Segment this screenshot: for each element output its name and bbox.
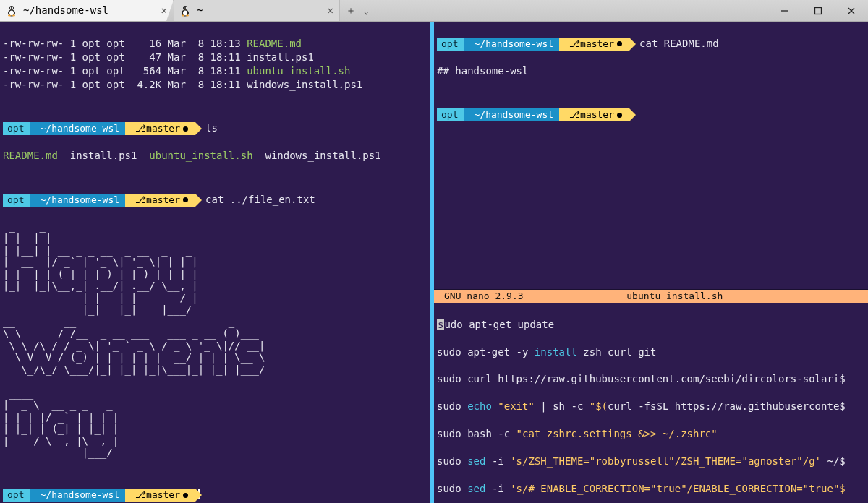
- svg-point-11: [186, 7, 187, 9]
- prompt-line: opt~/handsome-wsl⎇ mastercat README.md: [437, 37, 865, 51]
- nano-filename: ubuntu_install.sh: [626, 290, 723, 303]
- svg-point-3: [10, 7, 11, 9]
- terminal-right-top-pane[interactable]: opt~/handsome-wsl⎇ mastercat README.md #…: [434, 22, 868, 289]
- listing-row: -rw-rw-rw- 1 opt opt 47 Mar 8 18:11 inst…: [3, 51, 427, 64]
- prompt-line: opt~/handsome-wsl⎇ mastercat ../file_en.…: [3, 193, 427, 207]
- new-tab-icon[interactable]: ＋: [346, 4, 356, 17]
- svg-point-9: [183, 10, 187, 15]
- svg-point-6: [12, 14, 15, 16]
- svg-point-5: [8, 14, 11, 16]
- listing-row: -rw-rw-rw- 1 opt opt 564 Mar 8 18:11 ubu…: [3, 64, 427, 78]
- terminal-right-column: opt~/handsome-wsl⎇ mastercat README.md #…: [434, 22, 868, 503]
- maximize-button[interactable]: [801, 0, 835, 22]
- svg-rect-15: [815, 7, 822, 14]
- nano-app-name: GNU nano 2.9.3: [438, 290, 529, 303]
- svg-point-12: [182, 14, 184, 16]
- cat-output: ## handsome-wsl: [437, 64, 865, 78]
- minimize-button[interactable]: [768, 0, 801, 22]
- svg-point-10: [184, 7, 184, 9]
- svg-point-4: [12, 7, 13, 9]
- terminal-left-pane[interactable]: -rw-rw-rw- 1 opt opt 16 Mar 8 18:13 READ…: [0, 22, 430, 503]
- tux-icon: [179, 5, 191, 17]
- nano-body[interactable]: sudo apt-get update sudo apt-get -y inst…: [434, 303, 868, 503]
- tab-active[interactable]: ~/handsome-wsl ✕: [0, 0, 174, 21]
- svg-point-13: [186, 14, 189, 16]
- prompt-line[interactable]: opt~/handsome-wsl⎇ master: [0, 486, 430, 503]
- tab-close-icon[interactable]: ✕: [328, 4, 333, 17]
- tab-inactive[interactable]: ~ ✕: [174, 0, 340, 21]
- listing-row: -rw-rw-rw- 1 opt opt 16 Mar 8 18:13 READ…: [3, 37, 427, 51]
- ls-output: README.md install.ps1 ubuntu_install.sh …: [3, 149, 427, 163]
- window-titlebar: ~/handsome-wsl ✕ ~ ✕ ＋ ⌄: [0, 0, 868, 22]
- workspace: -rw-rw-rw- 1 opt opt 16 Mar 8 18:13 READ…: [0, 22, 868, 503]
- tab-dropdown-icon[interactable]: ⌄: [363, 4, 369, 17]
- tab-controls: ＋ ⌄: [340, 0, 375, 21]
- tab-title: ~: [197, 4, 203, 17]
- prompt-line[interactable]: opt~/handsome-wsl⎇ master: [437, 108, 865, 121]
- tux-icon: [6, 5, 17, 17]
- svg-point-2: [9, 10, 14, 15]
- close-button[interactable]: [835, 0, 868, 22]
- ascii-art: _ _ | | | | | |__| | __ _ _ __ _ __ _ _ …: [3, 220, 427, 459]
- listing-row: -rw-rw-rw- 1 opt opt 4.2K Mar 8 18:11 wi…: [3, 78, 427, 92]
- tab-close-icon[interactable]: ✕: [161, 4, 167, 17]
- tab-title: ~/handsome-wsl: [23, 4, 109, 17]
- prompt-line: opt~/handsome-wsl⎇ masterls: [3, 121, 427, 135]
- window-controls: [768, 0, 868, 21]
- nano-header: GNU nano 2.9.3 ubuntu_install.sh: [434, 290, 868, 303]
- ls-long-listing: -rw-rw-rw- 1 opt opt 16 Mar 8 18:13 READ…: [3, 37, 427, 92]
- nano-editor-pane[interactable]: GNU nano 2.9.3 ubuntu_install.sh sudo ap…: [434, 289, 868, 503]
